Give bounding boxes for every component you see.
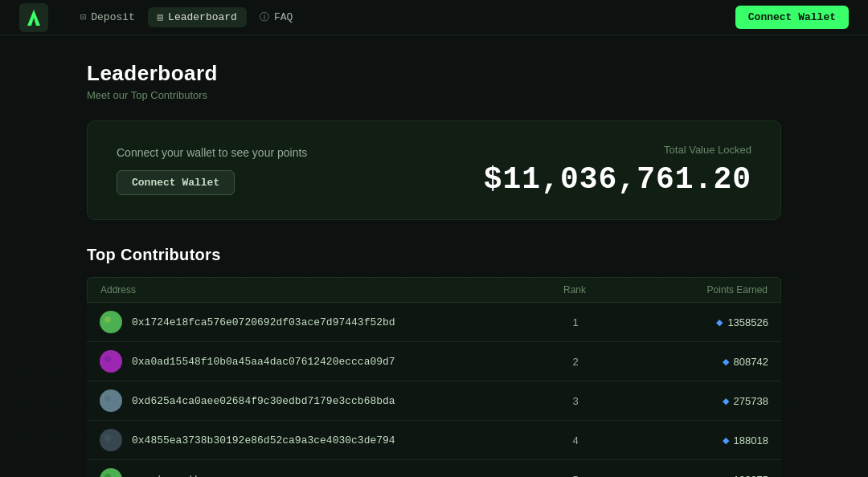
leaderboard-icon: ▤	[158, 11, 163, 23]
rank-cell: 4	[527, 434, 624, 446]
tvl-label: Total Value Locked	[484, 144, 751, 156]
diamond-icon: ◆	[723, 435, 729, 446]
address-text: anastas.eth	[132, 474, 201, 478]
points-cell: ◆182975	[624, 474, 768, 478]
col-rank: Rank	[526, 284, 623, 296]
diamond-icon: ◆	[723, 396, 729, 406]
table-row[interactable]: 0x4855ea3738b30192e86d52ca9a3ce4030c3de7…	[87, 421, 781, 460]
rank-cell: 3	[527, 395, 624, 407]
points-cell: ◆188018	[624, 434, 768, 446]
address-text: 0x1724e18fca576e0720692df03ace7d97443f52…	[132, 316, 395, 328]
table-row[interactable]: 0xa0ad15548f10b0a45aa4dac07612420eccca09…	[87, 342, 781, 381]
address-text: 0xd625a4ca0aee02684f9c30edbd7179e3ccb68b…	[132, 395, 395, 407]
wallet-card: Connect your wallet to see your points C…	[87, 120, 781, 220]
avatar	[100, 311, 122, 333]
avatar	[100, 468, 122, 477]
points-value: 188018	[734, 434, 768, 446]
address-cell: 0x1724e18fca576e0720692df03ace7d97443f52…	[100, 311, 527, 333]
svg-point-13	[110, 438, 118, 446]
avatar	[100, 389, 122, 412]
wallet-prompt-text: Connect your wallet to see your points	[117, 146, 307, 159]
section-title: Top Contributors	[87, 246, 781, 264]
table-row[interactable]: 0xd625a4ca0aee02684f9c30edbd7179e3ccb68b…	[87, 381, 781, 421]
diamond-icon: ◆	[716, 317, 723, 328]
col-points: Points Earned	[623, 284, 768, 296]
svg-point-12	[104, 434, 111, 441]
diamond-icon: ◆	[723, 357, 729, 367]
table-body: 0x1724e18fca576e0720692df03ace7d97443f52…	[87, 303, 781, 477]
points-value: 275738	[734, 395, 768, 407]
table-header: Address Rank Points Earned	[87, 277, 781, 303]
main-content: Leaderboard Meet our Top Contributors Co…	[0, 35, 868, 477]
nav-item-faq[interactable]: ⓘ FAQ	[250, 6, 302, 28]
address-cell: anastas.eth	[100, 468, 527, 477]
points-cell: ◆275738	[624, 395, 768, 407]
address-cell: 0xd625a4ca0aee02684f9c30edbd7179e3ccb68b…	[100, 389, 527, 412]
address-text: 0x4855ea3738b30192e86d52ca9a3ce4030c3de7…	[132, 434, 395, 446]
nav-item-deposit[interactable]: ⊡ Deposit	[71, 7, 145, 27]
points-value: 808742	[734, 356, 768, 368]
address-text: 0xa0ad15548f10b0a45aa4dac07612420eccca09…	[132, 356, 395, 368]
navbar: ⊡ Deposit ▤ Leaderboard ⓘ FAQ Connect Wa…	[0, 0, 868, 35]
faq-icon: ⓘ	[260, 10, 269, 24]
nav-item-leaderboard[interactable]: ▤ Leaderboard	[148, 7, 247, 27]
connect-wallet-card-button[interactable]: Connect Wallet	[117, 170, 235, 195]
contributors-table: Address Rank Points Earned 0x1724e18fca5…	[87, 277, 781, 477]
diamond-icon: ◆	[723, 475, 729, 478]
connect-wallet-nav-button[interactable]: Connect Wallet	[735, 6, 849, 29]
nav-items: ⊡ Deposit ▤ Leaderboard ⓘ FAQ	[71, 6, 735, 28]
points-value: 182975	[734, 474, 768, 478]
address-cell: 0x4855ea3738b30192e86d52ca9a3ce4030c3de7…	[100, 429, 527, 451]
deposit-icon: ⊡	[80, 11, 86, 23]
points-value: 1358526	[727, 316, 768, 328]
page-title: Leaderboard	[87, 61, 781, 86]
table-row[interactable]: 0x1724e18fca576e0720692df03ace7d97443f52…	[87, 303, 781, 342]
rank-cell: 2	[527, 356, 624, 368]
avatar	[100, 350, 122, 373]
wallet-card-left: Connect your wallet to see your points C…	[117, 146, 307, 195]
points-cell: ◆1358526	[624, 316, 768, 328]
address-cell: 0xa0ad15548f10b0a45aa4dac07612420eccca09…	[100, 350, 527, 373]
points-cell: ◆808742	[624, 356, 768, 368]
col-address: Address	[100, 284, 526, 296]
tvl-section: Total Value Locked $11,036,761.20	[484, 144, 751, 197]
page-subtitle: Meet our Top Contributors	[87, 89, 781, 101]
rank-cell: 5	[527, 474, 624, 478]
svg-point-9	[104, 395, 111, 402]
svg-point-14	[100, 468, 122, 477]
svg-point-3	[104, 316, 111, 323]
avatar	[100, 429, 122, 451]
svg-point-10	[110, 399, 118, 407]
table-row[interactable]: anastas.eth5◆182975	[87, 460, 781, 477]
svg-point-7	[110, 360, 118, 368]
logo[interactable]	[19, 3, 48, 32]
svg-point-6	[104, 356, 111, 362]
nav-right: Connect Wallet	[735, 6, 849, 29]
tvl-value: $11,036,761.20	[484, 162, 751, 197]
svg-point-4	[110, 320, 118, 328]
rank-cell: 1	[527, 316, 624, 328]
